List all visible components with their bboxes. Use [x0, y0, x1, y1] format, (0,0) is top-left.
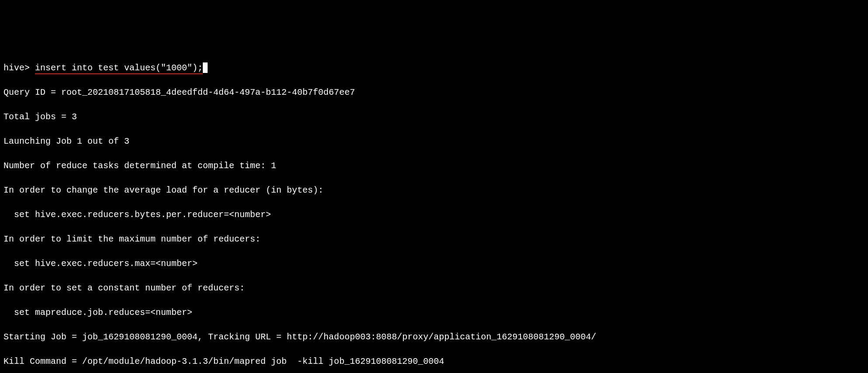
- terminal-line: set mapreduce.job.reduces=<number>: [3, 307, 865, 319]
- terminal-line: In order to set a constant number of red…: [3, 282, 865, 294]
- terminal-line: Launching Job 1 out of 3: [3, 135, 865, 148]
- terminal-line: In order to limit the maximum number of …: [3, 233, 865, 245]
- terminal-line: Query ID = root_20210817105818_4deedfdd-…: [3, 86, 865, 99]
- terminal-line: set hive.exec.reducers.max=<number>: [3, 258, 865, 270]
- command-text: insert into test values("1000");: [35, 63, 203, 74]
- terminal-line: set hive.exec.reducers.bytes.per.reducer…: [3, 209, 865, 221]
- terminal-line: Total jobs = 3: [3, 111, 865, 123]
- terminal-line: Number of reduce tasks determined at com…: [3, 160, 865, 172]
- terminal-line: Kill Command = /opt/module/hadoop-3.1.3/…: [3, 356, 865, 368]
- cursor: [203, 62, 208, 73]
- terminal-line: In order to change the average load for …: [3, 184, 865, 197]
- terminal-window[interactable]: hive> insert into test values("1000"); Q…: [3, 50, 865, 373]
- terminal-line: Starting Job = job_1629108081290_0004, T…: [3, 331, 865, 343]
- prompt: hive>: [3, 63, 35, 73]
- terminal-line-command: hive> insert into test values("1000");: [3, 62, 865, 74]
